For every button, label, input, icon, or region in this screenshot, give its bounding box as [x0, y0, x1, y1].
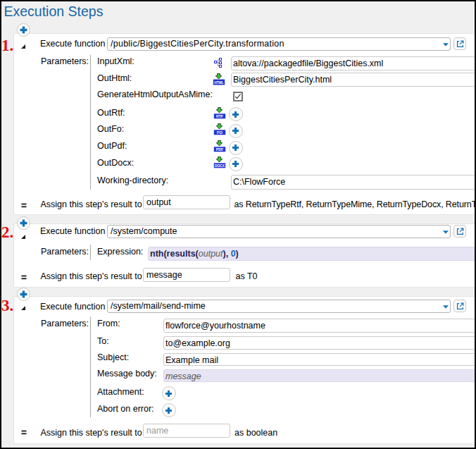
svg-text:FO: FO — [217, 130, 223, 135]
svg-text:RTF: RTF — [216, 114, 223, 118]
svg-text:HTML: HTML — [214, 80, 224, 84]
svg-text:DOCX: DOCX — [215, 164, 225, 168]
svg-text:PDF: PDF — [215, 147, 223, 152]
